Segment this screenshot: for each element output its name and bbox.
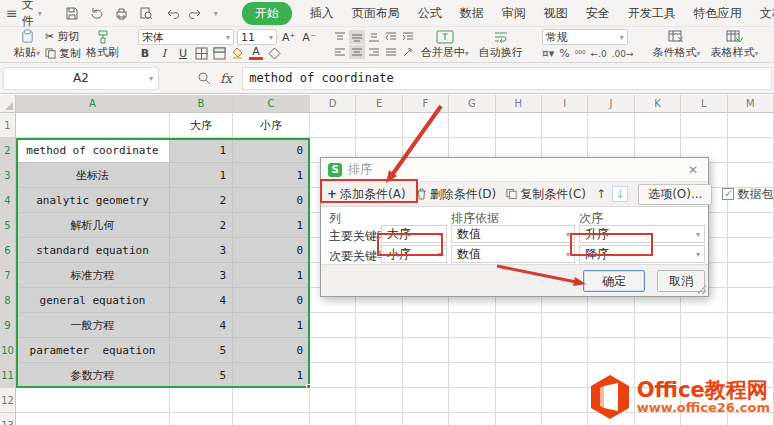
column-header-E[interactable]: E bbox=[356, 95, 402, 113]
cell-F12[interactable] bbox=[403, 388, 449, 413]
cell-K1[interactable] bbox=[635, 113, 681, 138]
cell-J10[interactable] bbox=[588, 338, 634, 363]
tab-8[interactable]: 开发工具 bbox=[628, 5, 676, 22]
cell-G11[interactable] bbox=[449, 363, 495, 388]
column-header-A[interactable]: A bbox=[16, 95, 170, 113]
cell-B9[interactable]: 4 bbox=[170, 313, 233, 338]
cell-L10[interactable] bbox=[681, 338, 727, 363]
cell-C4[interactable]: 0 bbox=[233, 188, 310, 213]
save-icon[interactable] bbox=[64, 6, 79, 21]
cell-I9[interactable] bbox=[542, 313, 588, 338]
copy-condition-button[interactable]: 复制条件(C) bbox=[506, 186, 586, 203]
cell-C13[interactable] bbox=[233, 413, 310, 425]
cell-B4[interactable]: 2 bbox=[170, 188, 233, 213]
cell-C8[interactable]: 0 bbox=[233, 288, 310, 313]
cell-A8[interactable]: general equation bbox=[16, 288, 170, 313]
align-right-icon[interactable] bbox=[366, 45, 382, 59]
cell-I10[interactable] bbox=[542, 338, 588, 363]
align-center-icon[interactable] bbox=[349, 45, 365, 59]
cell-C3[interactable]: 1 bbox=[233, 163, 310, 188]
cell-B1[interactable]: 大序 bbox=[170, 113, 233, 138]
comma-style-icon[interactable]: ⁰⁰⁰ bbox=[575, 49, 586, 59]
primary-column-select[interactable]: 大序▾ bbox=[381, 225, 447, 243]
print-icon[interactable] bbox=[114, 6, 129, 21]
cell-L1[interactable] bbox=[681, 113, 727, 138]
cell-K10[interactable] bbox=[635, 338, 681, 363]
cell-J1[interactable] bbox=[588, 113, 634, 138]
column-header-K[interactable]: K bbox=[635, 95, 681, 113]
increase-decimal-icon[interactable]: ←.0 bbox=[591, 49, 607, 59]
name-box[interactable]: A2 ▾ bbox=[3, 67, 159, 90]
row-header-5[interactable]: 5 bbox=[0, 213, 16, 238]
cell-B13[interactable] bbox=[170, 413, 233, 425]
cell-I12[interactable] bbox=[542, 388, 588, 413]
cell-E11[interactable] bbox=[356, 363, 402, 388]
export-icon[interactable] bbox=[89, 6, 104, 21]
select-all-corner[interactable] bbox=[0, 95, 16, 113]
paste-button[interactable]: 粘贴▾ bbox=[9, 29, 45, 60]
borders-icon[interactable] bbox=[195, 47, 208, 60]
tab-7[interactable]: 安全 bbox=[586, 5, 610, 22]
wrap-text-button[interactable]: 自动换行 bbox=[474, 30, 528, 60]
print-preview-icon[interactable] bbox=[139, 6, 154, 21]
cell-J9[interactable] bbox=[588, 313, 634, 338]
move-up-button[interactable]: ↑ bbox=[596, 187, 606, 201]
cell-H9[interactable] bbox=[496, 313, 542, 338]
cell-B3[interactable]: 1 bbox=[170, 163, 233, 188]
cell-M3[interactable] bbox=[728, 163, 774, 188]
cut-button[interactable]: ✂剪切 bbox=[45, 29, 81, 44]
row-header-2[interactable]: 2 bbox=[0, 138, 16, 163]
cell-G10[interactable] bbox=[449, 338, 495, 363]
cell-H11[interactable] bbox=[496, 363, 542, 388]
tab-5[interactable]: 审阅 bbox=[502, 5, 526, 22]
column-header-C[interactable]: C bbox=[233, 95, 310, 113]
cell-E9[interactable] bbox=[356, 313, 402, 338]
cell-C9[interactable]: 1 bbox=[233, 313, 310, 338]
currency-format-icon[interactable]: ¤▾ bbox=[542, 47, 555, 60]
align-bottom-icon[interactable] bbox=[366, 30, 382, 44]
cell-D13[interactable] bbox=[310, 413, 356, 425]
cell-F1[interactable] bbox=[403, 113, 449, 138]
column-header-L[interactable]: L bbox=[681, 95, 727, 113]
cell-D9[interactable] bbox=[310, 313, 356, 338]
copy-button[interactable]: 复制 bbox=[45, 46, 81, 61]
percent-style-icon[interactable]: % bbox=[559, 47, 569, 60]
column-header-D[interactable]: D bbox=[310, 95, 356, 113]
font-color-icon[interactable]: A bbox=[249, 47, 263, 60]
align-top-icon[interactable] bbox=[332, 30, 348, 44]
cell-A1[interactable] bbox=[16, 113, 170, 138]
font-size-select[interactable]: 11▾ bbox=[237, 29, 277, 45]
cell-M8[interactable] bbox=[728, 288, 774, 313]
fill-color-icon[interactable] bbox=[231, 47, 244, 60]
redo-icon[interactable] bbox=[189, 6, 204, 21]
move-down-button[interactable]: ↓ bbox=[612, 186, 628, 202]
bold-button[interactable]: B bbox=[138, 47, 152, 60]
cell-H12[interactable] bbox=[496, 388, 542, 413]
cell-C12[interactable] bbox=[233, 388, 310, 413]
column-header-M[interactable]: M bbox=[728, 95, 774, 113]
font-name-select[interactable]: 宋体▾ bbox=[138, 29, 234, 45]
shrink-font-icon[interactable]: A⁻ bbox=[300, 31, 317, 44]
tab-3[interactable]: 公式 bbox=[418, 5, 442, 22]
highlight-color-icon[interactable] bbox=[268, 47, 281, 60]
cell-B2[interactable]: 1 bbox=[170, 138, 233, 163]
cell-style-icon[interactable] bbox=[213, 47, 226, 60]
cell-C10[interactable]: 0 bbox=[233, 338, 310, 363]
cell-F13[interactable] bbox=[403, 413, 449, 425]
cell-I1[interactable] bbox=[542, 113, 588, 138]
has-header-checkbox[interactable]: ✓ 数据包含标题(H) bbox=[722, 186, 774, 203]
file-menu[interactable]: ≡ 文件 ▾ bbox=[6, 0, 42, 30]
cell-B7[interactable]: 3 bbox=[170, 263, 233, 288]
cell-A9[interactable]: 一般方程 bbox=[16, 313, 170, 338]
cell-G1[interactable] bbox=[449, 113, 495, 138]
cell-H1[interactable] bbox=[496, 113, 542, 138]
cell-E10[interactable] bbox=[356, 338, 402, 363]
cell-G9[interactable] bbox=[449, 313, 495, 338]
tab-4[interactable]: 数据 bbox=[460, 5, 484, 22]
primary-order-select[interactable]: 升序▾ bbox=[579, 225, 705, 243]
column-header-J[interactable]: J bbox=[588, 95, 634, 113]
cell-C1[interactable]: 小序 bbox=[233, 113, 310, 138]
cell-G12[interactable] bbox=[449, 388, 495, 413]
align-left-icon[interactable] bbox=[332, 45, 348, 59]
cell-B12[interactable] bbox=[170, 388, 233, 413]
